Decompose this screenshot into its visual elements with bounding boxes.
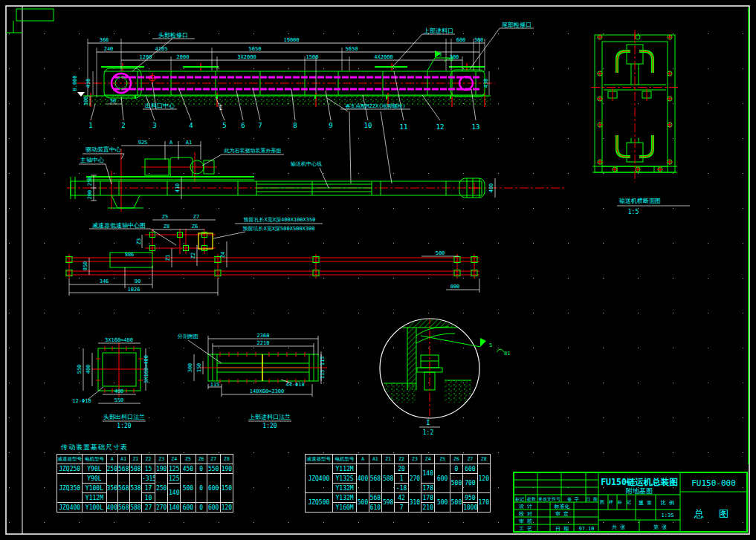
item-7: 7 bbox=[258, 122, 262, 129]
dim-438-right: 438 bbox=[483, 79, 489, 88]
tb-count: 处数 bbox=[526, 496, 536, 502]
dim-300: 300 bbox=[450, 54, 459, 60]
drawing-subtitle: 附地基图 bbox=[626, 487, 653, 495]
drive-foundation-table-left: 减速器型号电机型号AA1Z1Z2Z3Z4Z5Z6Z7Z8 JZQ250Y90L2… bbox=[56, 454, 233, 513]
tb-audit: 审 核 bbox=[519, 518, 532, 524]
scale-section: 1:5 bbox=[628, 209, 639, 215]
caption-section: 输送机横断面图 bbox=[619, 198, 661, 204]
item-5: 5 bbox=[222, 122, 226, 129]
label-head-port: 头部检修口 bbox=[158, 32, 188, 39]
item-11: 11 bbox=[400, 123, 408, 131]
dim-2360: 2360 bbox=[257, 333, 270, 339]
dim-1500: 1500 bbox=[306, 54, 319, 60]
dim-pitch-4b: 140X60=2300 bbox=[250, 388, 284, 394]
dim-z3: Z3 bbox=[136, 238, 142, 244]
dim-4a-bot-inner: 400 bbox=[114, 388, 124, 394]
tb-stamp: 图样标记 bbox=[600, 499, 636, 505]
item-10: 10 bbox=[364, 122, 372, 129]
dim-438-left: 438 bbox=[85, 79, 91, 88]
dim-4a-top: 3X160=480 bbox=[105, 337, 133, 343]
dim-850: 850 bbox=[83, 261, 88, 271]
cad-sheet: 头部检修口 上部进料口 尾部检修口 出料口中心 各支点配M22X(地脚螺栓) 0… bbox=[0, 0, 756, 540]
dim-2000: 2000 bbox=[177, 54, 190, 60]
tb-scale-value: 1:35 bbox=[662, 513, 674, 518]
dim-z7: Z7 bbox=[193, 214, 199, 220]
tb-check: 校 对 bbox=[518, 511, 532, 517]
tb-sign: 签 字 bbox=[567, 496, 579, 501]
weld-size-3: 3 bbox=[439, 52, 442, 58]
view1-elevation: 头部检修口 上部进料口 尾部检修口 出料口中心 各支点配M22X(地脚螺栓) 0… bbox=[72, 22, 534, 183]
label-mount-note: 此为右装驱动装置外形图 bbox=[224, 148, 282, 154]
tb-file: 更改文件号 bbox=[538, 496, 560, 501]
view3-foundation-plan: 减速器低速轴中心图 预留孔长X宽X深400X100X350 预留坑长X宽X深50… bbox=[65, 214, 479, 296]
dim-200: 200 bbox=[87, 190, 93, 200]
label-elevation: 0.000 bbox=[72, 75, 78, 91]
dim-z6: Z6 bbox=[192, 224, 198, 230]
dim-240: 240 bbox=[104, 46, 114, 52]
scale-detail-i: 1:2 bbox=[423, 429, 434, 436]
caption-4a: 头部出料口法兰 bbox=[103, 414, 145, 420]
drawing-title: FU150链运机总装图 bbox=[601, 477, 678, 487]
dim-4a-left-inner: 400 bbox=[85, 365, 91, 374]
label-tail-port: 尾部检修口 bbox=[502, 22, 532, 28]
label-top-inlet: 上部进料口 bbox=[423, 27, 453, 34]
view2-side-view: 925 A A1 410 250 200 400 驱动装置中心 主轴中心 此为右… bbox=[67, 140, 566, 212]
dim-19000: 19000 bbox=[283, 37, 299, 43]
tb-process: 工 艺 bbox=[519, 526, 532, 532]
dim-4x2000: 4X2000 bbox=[374, 54, 392, 60]
tb-std: 标准化 bbox=[554, 504, 570, 510]
dim-346: 346 bbox=[100, 279, 109, 284]
label-center-line: 输送机中心线 bbox=[291, 161, 322, 167]
tb-mark: 标记 bbox=[514, 496, 524, 502]
dim-100: 100 bbox=[83, 97, 89, 106]
dim-366: 366 bbox=[100, 37, 109, 43]
item-8: 8 bbox=[293, 122, 297, 129]
dim-4a-left-outer: 550 bbox=[77, 365, 83, 374]
item-12: 12 bbox=[436, 123, 445, 131]
table-row: JZQ250Y90L250568508151901254500550190 bbox=[57, 464, 233, 474]
dim-115-a: 115 bbox=[320, 357, 326, 366]
label-hole-note-1: 预留孔长X宽X深400X100X350 bbox=[244, 216, 316, 223]
dim-800: 800 bbox=[450, 284, 460, 290]
dim-5650-b: 5650 bbox=[346, 46, 358, 52]
view4b-inlet-flange: 2360 2210 300 150 115 115 115 140X60=230… bbox=[177, 333, 327, 429]
dim-250: 250 bbox=[87, 177, 93, 186]
table-header-row: 减速器型号电机型号AA1Z1Z2Z3Z4Z5Z6Z7Z8 bbox=[306, 455, 491, 464]
dim-z8: Z8 bbox=[164, 224, 169, 230]
tb-scale-label: 比 例 bbox=[661, 500, 674, 506]
label-view3-title: 减速器低速轴中心图 bbox=[92, 222, 146, 229]
dim-4a-bot-outer: 550 bbox=[114, 397, 124, 403]
tb-approve: 审 定 bbox=[555, 511, 569, 517]
dim-410: 410 bbox=[175, 183, 181, 193]
weld-size-5: 5 bbox=[489, 342, 492, 348]
table-row: JZQ400Y100L400568588272701406000600120 bbox=[57, 503, 233, 513]
scale-4a: 1:20 bbox=[117, 423, 131, 429]
dim-4105: 4105 bbox=[155, 46, 168, 52]
label-splitter: 分剖面图 bbox=[177, 334, 198, 339]
dim-3x2000: 3X2000 bbox=[237, 54, 256, 60]
table-row: Y160M61072101000 bbox=[306, 503, 491, 513]
dim-115-b: 115 bbox=[320, 370, 326, 380]
table-row: JZQ350Y90L350568538-3152501255000600150 bbox=[57, 474, 233, 484]
tb-date-label: 日 期 bbox=[555, 526, 569, 532]
dim-4a-right: 3X160=480 bbox=[143, 355, 149, 383]
dim-z2: Z2 bbox=[190, 253, 196, 258]
dim-600: 600 bbox=[456, 37, 466, 43]
dim-z5: Z5 bbox=[162, 214, 168, 220]
dim-90: 90 bbox=[135, 279, 140, 284]
item-2: 2 bbox=[121, 122, 125, 129]
tb-weight: 重 量 bbox=[639, 500, 652, 506]
title-block: FU150链运机总装图 附地基图 FU150-000 总 图 标记 处数 更改文… bbox=[514, 472, 747, 532]
dim-986: 986 bbox=[125, 252, 135, 258]
tb-date-h: 日 期 bbox=[586, 496, 598, 502]
item-1: 1 bbox=[88, 122, 92, 129]
dim-4b-holes: 44-Φ18 bbox=[285, 382, 304, 388]
label-anchor-note: 各支点配M22X(地脚螺栓) bbox=[345, 103, 405, 109]
dim-A: A bbox=[169, 140, 173, 146]
dim-360: 360 bbox=[474, 37, 484, 43]
dim-300-4b: 300 bbox=[187, 363, 193, 373]
view4c-detail-i: 5 81 I 1:2 bbox=[380, 315, 510, 436]
dim-115-c: 115 bbox=[210, 382, 220, 388]
section-view: 输送机横断面图 1:5 bbox=[591, 30, 690, 215]
dim-A1: A1 bbox=[186, 140, 192, 146]
